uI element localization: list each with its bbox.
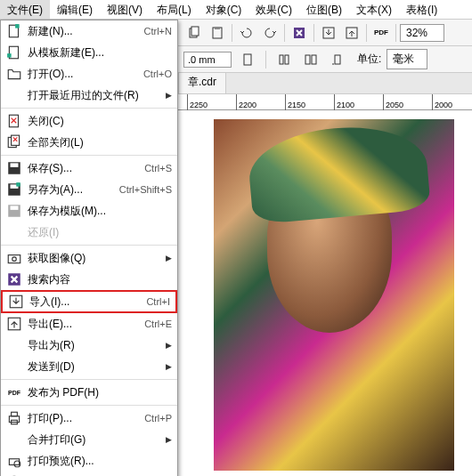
menu-effect[interactable]: 效果(C) [248,0,299,19]
menu-item-3[interactable]: 打开最近用过的文件(R)▶ [1,85,177,106]
orientation-portrait-icon[interactable] [237,49,258,70]
zoom-input[interactable]: 32% [400,24,444,42]
svg-rect-28 [8,255,20,263]
svg-rect-10 [305,55,310,64]
export-icon [6,316,22,332]
menu-item-label: 发布为 PDF(H) [28,385,172,400]
menu-table[interactable]: 表格(I) [399,0,444,19]
svg-rect-3 [215,27,220,29]
svg-rect-20 [12,135,20,145]
units-select[interactable]: 毫米 [387,49,427,69]
chevron-right-icon: ▶ [166,435,172,444]
paste-icon[interactable] [207,22,228,44]
menu-item-label: 保存(S)... [28,161,144,176]
undo-icon[interactable] [236,22,257,44]
menu-item-11: 还原(I) [1,222,177,243]
menu-item-22[interactable]: 打印(P)...Ctrl+P [1,407,177,429]
menu-item-label: 打开最近用过的文件(R) [28,88,166,103]
menu-item-10[interactable]: 保存为模版(M)... [1,200,177,222]
menu-item-label: 全部关闭(L) [28,135,172,150]
svg-rect-17 [7,53,12,58]
menu-item-20[interactable]: PDF发布为 PDF(H) [1,382,177,403]
menu-item-shortcut: Ctrl+Shift+S [119,184,172,195]
canvas-area[interactable] [178,110,472,476]
svg-rect-15 [15,24,20,28]
page-all-icon[interactable] [327,49,348,70]
svg-rect-22 [11,163,19,167]
export-icon[interactable] [341,22,362,44]
ruler-tick: 2000 [432,94,452,110]
svg-rect-9 [285,55,289,64]
menu-item-2[interactable]: 打开(O)...Ctrl+O [1,63,177,85]
menu-item-16[interactable]: 导出(E)...Ctrl+E [1,313,177,335]
import-icon[interactable] [318,22,339,44]
menu-text[interactable]: 文本(X) [349,0,399,19]
open-icon [6,66,22,82]
menubar: 文件(E) 编辑(E) 视图(V) 布局(L) 对象(C) 效果(C) 位图(B… [0,0,472,20]
saveas-icon [6,182,22,198]
menu-item-label: 发送到(D) [28,359,166,375]
menu-item-label: 导出(E)... [28,317,144,332]
preview-icon [6,453,22,469]
menu-item-label: 新建(N)... [28,24,144,39]
menu-item-label: 导入(I)... [29,294,146,310]
ruler-tick: 2200 [236,94,256,110]
placed-image[interactable] [214,119,454,471]
dimension-input[interactable]: .0 mm [183,52,232,68]
import-icon [8,294,24,310]
pdf-icon[interactable]: PDF [370,22,392,44]
file-menu-dropdown: 新建(N)...Ctrl+N从模板新建(E)...打开(O)...Ctrl+O打… [0,20,178,476]
document-tab[interactable]: 章.cdr [178,70,226,93]
menu-item-shortcut: Ctrl+E [144,319,172,329]
pdf-icon: PDF [6,384,22,400]
menu-file[interactable]: 文件(E) [0,0,50,19]
menu-item-14[interactable]: 搜索内容 [1,269,177,290]
menu-item-1[interactable]: 从模板新建(E)... [1,42,177,63]
menu-item-label: 导出为(R) [28,338,166,353]
menu-item-8[interactable]: 保存(S)...Ctrl+S [1,157,177,179]
page-facing-icon[interactable] [300,49,321,70]
menu-item-18[interactable]: 发送到(D)▶ [1,356,177,377]
menu-item-shortcut: Ctrl+N [144,26,172,36]
svg-rect-34 [12,412,18,416]
menu-object[interactable]: 对象(C) [199,0,249,19]
menu-view[interactable]: 视图(V) [100,0,150,19]
menu-item-25[interactable]: 收集用于输出(U)... [1,472,177,476]
menu-item-shortcut: Ctrl+S [144,163,172,173]
page-single-icon[interactable] [273,49,295,70]
menu-edit[interactable]: 编辑(E) [50,0,100,19]
blank-icon [6,337,22,353]
ruler-tick: 2250 [187,94,208,110]
menu-item-0[interactable]: 新建(N)...Ctrl+N [1,20,177,42]
search-icon [6,271,22,287]
menu-item-shortcut: Ctrl+O [143,69,172,79]
menu-item-15[interactable]: 导入(I)...Ctrl+I [1,290,177,313]
chevron-right-icon: ▶ [166,254,172,262]
svg-rect-12 [335,55,340,64]
chevron-right-icon: ▶ [166,341,172,350]
menu-item-23[interactable]: 合并打印(G)▶ [1,429,177,450]
menu-item-5[interactable]: 关闭(C) [1,110,177,132]
svg-rect-1 [191,27,199,36]
copy-icon[interactable] [183,22,205,44]
menu-item-13[interactable]: 获取图像(Q)▶ [1,247,177,269]
menu-item-label: 合并打印(G) [28,432,166,448]
menu-item-label: 打开(O)... [28,67,143,82]
menu-item-label: 获取图像(Q) [28,251,166,266]
menu-item-6[interactable]: 全部关闭(L) [1,132,177,153]
search-icon[interactable] [289,22,310,44]
menu-bitmap[interactable]: 位图(B) [299,0,349,19]
redo-icon[interactable] [259,22,281,44]
ruler-tick: 2150 [285,94,305,110]
menu-item-label: 从模板新建(E)... [28,45,172,61]
menu-item-9[interactable]: 另存为(A)...Ctrl+Shift+S [1,179,177,200]
blank-icon [6,224,22,240]
menu-layout[interactable]: 布局(L) [150,0,199,19]
menu-item-label: 搜索内容 [28,272,172,287]
menu-item-24[interactable]: 打印预览(R)... [1,450,177,472]
closeall-icon [6,134,22,150]
print-icon [6,410,22,426]
menu-item-17[interactable]: 导出为(R)▶ [1,335,177,356]
units-label: 单位: [357,52,381,67]
menu-item-label: 还原(I) [28,225,172,240]
